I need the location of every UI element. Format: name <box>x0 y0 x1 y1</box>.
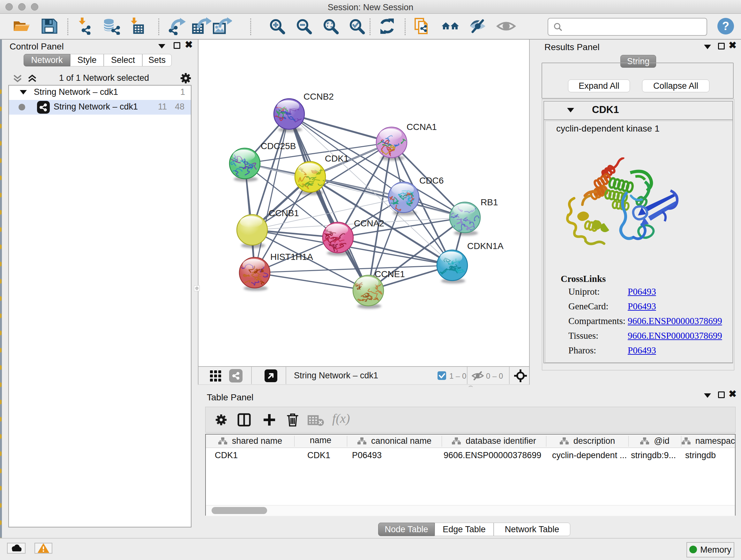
svg-text:CDKN1A: CDKN1A <box>467 241 503 251</box>
svg-text:HIST1H1A: HIST1H1A <box>270 252 313 262</box>
svg-text:CCNB1: CCNB1 <box>269 208 299 218</box>
svg-text:CCNA2: CCNA2 <box>354 219 384 228</box>
svg-text:CCNE1: CCNE1 <box>375 269 405 279</box>
svg-text:CCNA1: CCNA1 <box>407 122 437 132</box>
svg-text:?: ? <box>722 19 729 33</box>
svg-text:CDC6: CDC6 <box>419 176 444 186</box>
svg-text:RB1: RB1 <box>481 197 498 207</box>
svg-text:CDC25B: CDC25B <box>261 141 296 151</box>
svg-text:CDK1: CDK1 <box>325 153 349 164</box>
svg-text:CCNB2: CCNB2 <box>304 91 334 102</box>
